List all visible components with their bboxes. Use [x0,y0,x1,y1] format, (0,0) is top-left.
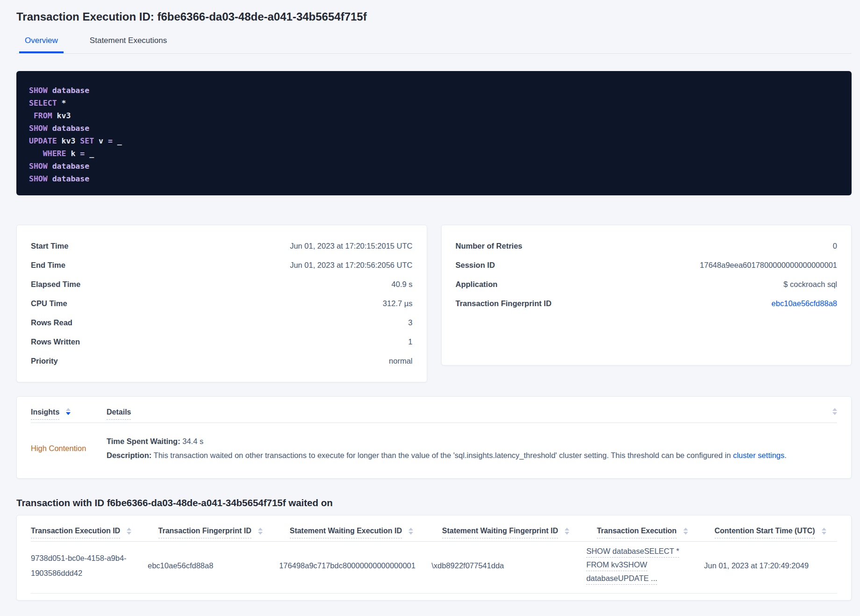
column-header-insights: Insights [31,408,107,420]
sort-arrows-icon[interactable] [683,528,688,535]
column-header-label[interactable]: Transaction Execution [597,527,677,538]
summary-row: Start TimeJun 01, 2023 at 17:20:15:2015 … [31,236,413,256]
column-header-label[interactable]: Insights [31,408,59,420]
sql-keyword: UPDATE [29,136,57,145]
description-text: This transaction waited on other transac… [151,451,733,459]
divider [31,593,837,594]
waited-on-table-card: Transaction Execution ID Transaction Fin… [16,515,852,601]
sort-arrows-icon[interactable] [127,528,131,535]
cell-statement-waiting-fingerprint-id: \xdb8922f077541dda [431,558,586,573]
row-value: 312.7 µs [383,299,413,308]
sort-arrows-icon[interactable] [822,528,826,535]
row-label: Priority [31,357,58,365]
row-value: 1 [408,337,412,346]
column-header-label[interactable]: Contention Start Time (UTC) [715,527,815,538]
row-label: Start Time [31,242,68,251]
sql-line: SHOW database [29,160,838,172]
summary-row: End TimeJun 01, 2023 at 17:20:56:2056 UT… [31,256,413,275]
sql-keyword-secondary: database [48,174,89,183]
row-label: Transaction Fingerprint ID [456,299,552,308]
row-value: 17648a9eea6017800000000000000001 [700,261,837,270]
description-period: . [784,451,787,459]
column-header-label[interactable]: Statement Waiting Fingerprint ID [442,527,558,538]
sort-arrows-icon[interactable] [66,408,71,415]
summary-row: Transaction Fingerprint IDebc10ae56cfd88… [456,294,838,313]
sql-line: FROM kv3 [29,109,838,122]
tab-statement-executions[interactable]: Statement Executions [84,36,172,53]
transaction-fingerprint-link[interactable]: ebc10ae56cfd88a8 [772,299,837,308]
summary-cards-row: Start TimeJun 01, 2023 at 17:20:15:2015 … [16,225,852,382]
cell-transaction-execution-preview[interactable]: SHOW databaseSELECT * FROM kv3SHOW datab… [586,546,704,585]
sql-line: SHOW database [29,122,838,135]
cell-transaction-execution-id: 9738d051-bc0e-4158-a9b4-1903586ddd42 [31,551,148,580]
sort-arrows-icon[interactable] [832,408,837,415]
column-header-details: Details [107,408,837,420]
execution-summary-card: Start TimeJun 01, 2023 at 17:20:15:2015 … [16,225,427,382]
sql-keyword: SHOW [29,174,48,183]
column-header-label[interactable]: Transaction Fingerprint ID [158,527,251,538]
sql-keyword: SELECT [29,99,57,107]
row-value: $ cockroach sql [783,280,837,289]
waiting-value: 34.4 s [180,437,204,445]
row-value: 40.9 s [392,280,413,289]
page-title: Transaction Execution ID: f6be6366-da03-… [16,10,852,23]
row-label: Rows Read [31,318,72,327]
row-value: Jun 01, 2023 at 17:20:15:2015 UTC [290,242,412,251]
column-header-label[interactable]: Details [107,408,131,420]
transaction-execution-preview-line[interactable]: FROM kv3SHOW [586,560,647,571]
sql-line: UPDATE kv3 SET v = _ [29,135,838,147]
sql-operator: = [75,149,85,158]
description-label: Description: [107,451,151,459]
summary-row: Session ID17648a9eea60178000000000000000… [456,256,838,275]
summary-row: Prioritynormal [31,351,413,371]
waiting-label: Time Spent Waiting: [107,437,180,445]
summary-row: CPU Time312.7 µs [31,294,413,313]
row-label: End Time [31,261,65,270]
sql-text: * [57,99,66,107]
column-header-contention-start-time: Contention Start Time (UTC) [715,527,837,538]
sql-keyword: SHOW [29,86,48,95]
column-header-label[interactable]: Transaction Execution ID [31,527,120,538]
row-label: Elapsed Time [31,280,80,289]
tab-overview[interactable]: Overview [19,36,64,53]
sql-keyword: SHOW [29,162,48,171]
sql-text: kv3 [52,111,71,120]
table-row: 9738d051-bc0e-4158-a9b4-1903586ddd42 ebc… [31,546,837,585]
divider [31,541,837,542]
cell-statement-waiting-execution-id: 176498a9c717bdc80000000000000001 [279,558,431,573]
waited-on-table-header: Transaction Execution ID Transaction Fin… [31,527,837,538]
summary-row: Application$ cockroach sql [456,275,838,294]
cluster-settings-link[interactable]: cluster settings [733,451,784,459]
insight-description: Description: This transaction waited on … [107,448,837,462]
transaction-execution-preview-line[interactable]: databaseUPDATE ... [586,573,657,585]
sort-arrows-icon[interactable] [565,528,569,535]
divider [31,423,837,423]
column-header-label[interactable]: Statement Waiting Execution ID [290,527,402,538]
column-header-transaction-execution: Transaction Execution [597,527,715,538]
transaction-execution-preview-line[interactable]: SHOW databaseSELECT * [586,546,679,558]
row-label: Rows Written [31,337,80,346]
sql-text: v [94,136,103,145]
sql-keyword: SHOW [29,124,48,133]
sql-text: kv3 [57,136,76,145]
insights-table-card: Insights Details High Contention Time Sp… [16,396,852,479]
row-value: 0 [833,242,837,251]
cell-transaction-fingerprint-id: ebc10ae56cfd88a8 [148,558,279,573]
insight-details: Time Spent Waiting: 34.4 s Description: … [107,434,837,462]
sql-text: _ [113,136,122,145]
cell-contention-start-time: Jun 01, 2023 at 17:20:49:2049 [704,558,826,573]
summary-row: Rows Written1 [31,332,413,351]
waited-on-heading: Transaction with ID f6be6366-da03-48de-a… [16,497,852,509]
time-spent-waiting: Time Spent Waiting: 34.4 s [107,434,837,448]
sql-keyword: FROM [29,111,52,120]
sort-arrows-icon[interactable] [408,528,413,535]
sort-arrows-icon[interactable] [258,528,263,535]
summary-row: Elapsed Time40.9 s [31,275,413,294]
sql-line: SHOW database [29,172,838,185]
sql-text: _ [85,149,94,158]
row-value: normal [389,357,412,365]
session-summary-card: Number of Retries0 Session ID17648a9eea6… [441,225,852,365]
sql-text: k [66,149,75,158]
sql-line: SELECT * [29,97,838,109]
sql-keyword-secondary: database [48,124,89,133]
